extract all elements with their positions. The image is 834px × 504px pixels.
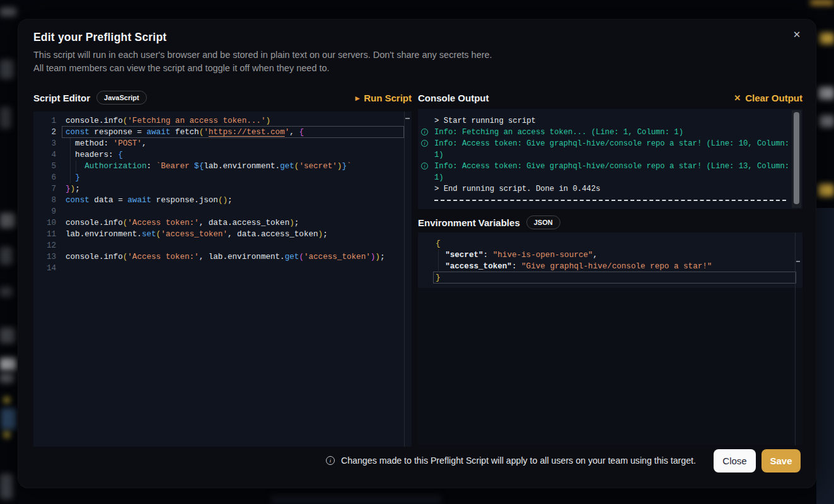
footer-note-text: Changes made to this Preflight Script wi… (341, 455, 696, 466)
info-icon: i (421, 163, 428, 169)
code-line[interactable]: console.info('Fetching an access token..… (66, 115, 385, 127)
line-number: 7 (33, 183, 56, 195)
code-line[interactable]: { (436, 238, 712, 249)
close-icon[interactable]: ✕ (788, 26, 806, 43)
console-scrollbar-thumb[interactable] (794, 112, 799, 204)
close-button[interactable]: Close (714, 449, 756, 472)
console-output: > Start running scriptiInfo: Fetching an… (418, 109, 802, 209)
console-line-text: Info: Access token: Give graphql-hive/co… (434, 162, 789, 171)
code-token: ` (347, 162, 352, 171)
code-token: 'Fetching an access token...' (127, 117, 265, 125)
code-token: 'Access token:' (127, 219, 199, 227)
env-vars-heading: Environment Variables (418, 217, 520, 228)
clear-output-button[interactable]: ✕ Clear Output (734, 93, 802, 103)
code-token: } (436, 273, 441, 282)
backdrop-blob (0, 8, 16, 16)
code-token: ; (294, 219, 299, 227)
save-button[interactable]: Save (762, 449, 801, 472)
line-number-gutter: 1234567891011121314 (33, 115, 56, 274)
code-token: } (75, 173, 80, 182)
env-vars-editor[interactable]: { "secret": "hive-is-open-source", "acce… (418, 232, 802, 445)
code-line[interactable] (66, 263, 385, 274)
code-token: : (146, 162, 156, 171)
code-token: ) (318, 230, 323, 239)
code-token: ) (71, 185, 76, 193)
code-line[interactable]: } (436, 272, 712, 284)
code-token: { (118, 151, 123, 159)
console-line-text: > Start running script (434, 117, 536, 125)
line-number: 5 (33, 161, 56, 172)
code-line[interactable]: Authorization: `Bearer ${lab.environment… (66, 161, 385, 172)
code-line[interactable]: lab.environment.set('access_token', data… (66, 229, 385, 240)
code-token: } (66, 185, 71, 193)
code-token: console.info (66, 219, 123, 227)
code-token: https://test.com (209, 128, 285, 137)
code-token: , lab.environment. (199, 253, 285, 261)
script-code-area[interactable]: console.info('Fetching an access token..… (66, 115, 385, 274)
code-token: const (66, 128, 90, 137)
line-number: 8 (33, 195, 56, 206)
backdrop-blob (820, 33, 834, 44)
code-token: console.info (66, 117, 123, 125)
footer-note: i Changes made to this Preflight Script … (326, 455, 696, 466)
code-token: 'POST' (113, 139, 142, 148)
code-token: data = (90, 196, 127, 205)
code-line[interactable]: }); (66, 183, 385, 195)
env-code-area[interactable]: { "secret": "hive-is-open-source", "acce… (436, 238, 712, 284)
backdrop-blob (0, 474, 13, 499)
console-heading: Console Output (418, 93, 489, 103)
code-line[interactable]: } (66, 172, 385, 183)
run-script-button[interactable]: ▸ Run Script (356, 93, 412, 103)
backdrop-blob (0, 60, 14, 79)
backdrop-blob (818, 87, 834, 100)
console-scrollbar-track[interactable] (792, 110, 801, 208)
code-line[interactable]: const response = await fetch('https://te… (66, 127, 385, 138)
code-token: : (484, 251, 493, 260)
code-line[interactable]: "access_token": "Give graphql-hive/conso… (436, 261, 712, 272)
backdrop-blob (820, 115, 834, 127)
code-line[interactable] (66, 240, 385, 251)
line-number: 11 (33, 229, 56, 240)
code-line[interactable]: console.info('Access token:', lab.enviro… (66, 251, 385, 263)
clear-output-label: Clear Output (745, 93, 802, 103)
code-token: headers: (66, 151, 118, 159)
code-line[interactable]: headers: { (66, 149, 385, 161)
backdrop-blob (0, 358, 16, 370)
code-token: Authorization (84, 162, 146, 171)
backdrop-blob (4, 397, 10, 403)
code-token: , (142, 139, 147, 148)
console-line: > Start running script (418, 115, 791, 127)
backdrop-blob (0, 247, 13, 265)
code-line[interactable]: console.info('Access token:', data.acces… (66, 217, 385, 229)
script-editor-header: Script Editor JavaScript ▸ Run Script (33, 89, 412, 106)
console-line-text: Info: Access token: Give graphql-hive/co… (434, 139, 789, 148)
overview-ruler-mark (796, 261, 800, 262)
backdrop-blob (810, 0, 834, 5)
console-separator (434, 200, 786, 201)
code-token: 'secret' (299, 162, 337, 171)
code-line[interactable]: const data = await response.json(); (66, 195, 385, 206)
modal-description: This script will run in each user's brow… (33, 49, 492, 74)
code-token: lab.environment. (66, 230, 142, 239)
code-line[interactable]: "secret": "hive-is-open-source", (436, 249, 712, 261)
code-token: 'access_token' (161, 230, 228, 239)
console-line-text: 1) (434, 173, 444, 182)
backdrop-panel (816, 208, 834, 504)
script-editor-heading: Script Editor (33, 93, 90, 103)
code-line[interactable]: method: 'POST', (66, 138, 385, 149)
console-line: iInfo: Fetching an access token... (Line… (418, 127, 791, 138)
line-number: 12 (33, 240, 56, 251)
code-token: await (147, 128, 171, 137)
info-icon: i (421, 129, 428, 135)
script-editor[interactable]: 1234567891011121314 console.info('Fetchi… (33, 112, 412, 447)
info-icon: i (421, 140, 428, 147)
code-token: 'access_token' (304, 253, 371, 261)
code-token: ${ (194, 162, 204, 171)
clear-icon: ✕ (734, 94, 741, 102)
code-token: lab.environment. (204, 162, 280, 171)
code-token: response = (90, 128, 147, 137)
indent-guide (438, 249, 439, 272)
console-lines: > Start running scriptiInfo: Fetching an… (418, 115, 791, 201)
line-number: 1 (33, 115, 56, 127)
code-line[interactable] (66, 206, 385, 217)
